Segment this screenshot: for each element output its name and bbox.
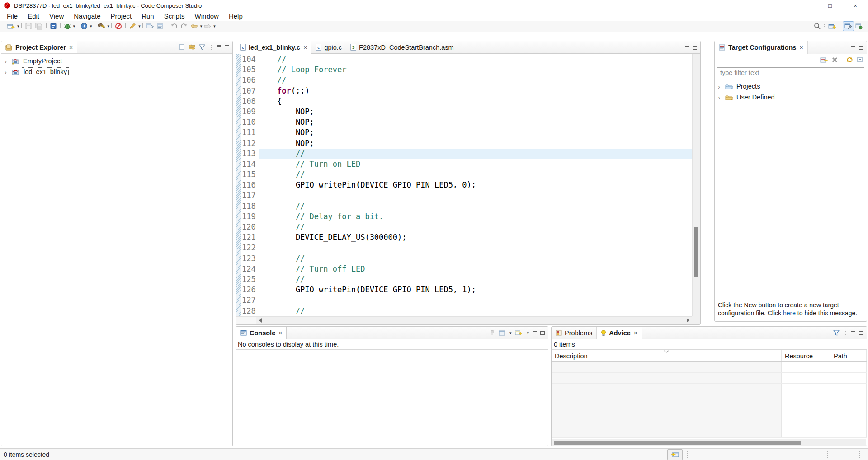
pin-console-icon[interactable] — [489, 330, 495, 336]
target-item-user-defined[interactable]: ›User Defined — [715, 92, 867, 103]
close-icon[interactable]: × — [634, 330, 637, 336]
menu-edit[interactable]: Edit — [23, 12, 44, 20]
code-text[interactable]: for(;;) — [259, 86, 693, 96]
code-text[interactable]: // — [259, 222, 693, 232]
code-text[interactable]: DEVICE_DELAY_US(300000); — [259, 232, 693, 243]
new-wizard-button[interactable] — [6, 21, 16, 31]
target-item-projects[interactable]: ›Projects — [715, 81, 867, 92]
minimize-editor-icon[interactable] — [685, 46, 689, 47]
redo-button[interactable] — [179, 21, 189, 31]
minimize-window-button[interactable]: – — [792, 0, 817, 11]
save-all-button[interactable] — [33, 21, 44, 31]
problems-horizontal-scrollbar[interactable] — [552, 439, 866, 446]
close-icon[interactable]: × — [69, 44, 73, 51]
maximize-view-icon[interactable] — [540, 331, 545, 335]
scrollbar-thumb[interactable] — [694, 227, 698, 277]
column-header-description[interactable]: Description — [552, 350, 782, 361]
ccs-debug-perspective-button[interactable] — [854, 21, 864, 31]
filter-icon[interactable] — [833, 330, 840, 336]
search-icon[interactable] — [812, 21, 822, 31]
code-text[interactable]: // — [259, 201, 693, 211]
close-window-button[interactable]: × — [843, 0, 868, 11]
code-text[interactable]: // — [259, 169, 693, 180]
scroll-right-arrow[interactable] — [687, 318, 689, 323]
code-text[interactable]: // — [259, 306, 693, 316]
code-text[interactable]: // — [259, 253, 693, 264]
editor-tab-gpio.c[interactable]: cgpio.c — [311, 41, 346, 53]
close-icon[interactable]: × — [303, 44, 307, 51]
minimize-view-icon[interactable] — [851, 46, 855, 47]
column-header-path[interactable]: Path — [830, 350, 867, 361]
editor-vertical-scrollbar[interactable] — [692, 54, 700, 317]
scroll-left-arrow[interactable] — [259, 318, 262, 323]
menu-file[interactable]: File — [2, 12, 23, 20]
scrollbar-thumb[interactable] — [554, 441, 801, 445]
tab-project-explorer[interactable]: Project Explorer × — [1, 41, 77, 53]
build-dropdown[interactable]: ▾ — [108, 24, 110, 28]
open-console-dropdown[interactable]: ▾ — [527, 331, 529, 335]
menu-help[interactable]: Help — [224, 12, 248, 20]
display-console-dropdown[interactable]: ▾ — [509, 331, 512, 335]
minimize-view-icon[interactable] — [851, 331, 855, 332]
new-wizard-dropdown[interactable]: ▾ — [17, 24, 19, 28]
open-perspective-button[interactable] — [827, 21, 838, 31]
menu-view[interactable]: View — [44, 12, 69, 20]
hide-message-link[interactable]: here — [783, 310, 796, 317]
maximize-view-icon[interactable] — [859, 46, 863, 50]
filter-icon[interactable] — [199, 44, 205, 50]
code-text[interactable]: // Turn on LED — [259, 159, 693, 169]
column-header-resource[interactable]: Resource — [782, 350, 830, 361]
maximize-editor-icon[interactable] — [693, 46, 697, 50]
maximize-window-button[interactable]: □ — [817, 0, 843, 11]
code-lines[interactable]: 104 //105 // Loop Forever106 //107 for(;… — [241, 54, 693, 317]
code-text[interactable] — [259, 243, 693, 253]
display-console-icon[interactable] — [499, 330, 505, 336]
code-text[interactable]: NOP; — [259, 127, 693, 138]
back-button[interactable] — [189, 21, 199, 31]
expand-chevron-icon[interactable]: › — [5, 68, 11, 76]
code-text[interactable]: // Turn off LED — [259, 264, 693, 274]
code-text[interactable]: GPIO_writePin(DEVICE_GPIO_PIN_LED5, 1); — [259, 285, 693, 295]
maximize-view-icon[interactable] — [859, 331, 863, 335]
build-button[interactable] — [96, 21, 107, 31]
close-icon[interactable]: × — [799, 44, 803, 51]
new-target-config-icon[interactable] — [820, 56, 828, 63]
code-text[interactable]: NOP; — [259, 117, 693, 127]
tab-problems[interactable]: Problems — [552, 327, 597, 339]
code-text[interactable] — [259, 295, 693, 305]
code-text[interactable]: { — [259, 96, 693, 107]
code-text[interactable]: // — [259, 149, 693, 159]
registers-view-button[interactable] — [155, 21, 165, 31]
view-menu-icon[interactable] — [845, 331, 846, 335]
pencil-dropdown[interactable]: ▾ — [138, 24, 141, 28]
code-text[interactable]: // — [259, 54, 693, 65]
flash-button[interactable] — [79, 21, 89, 31]
collapse-all-icon[interactable] — [179, 44, 185, 50]
forward-dropdown[interactable]: ▾ — [213, 24, 216, 28]
tab-target-configurations[interactable]: Target Configurations × — [715, 41, 808, 54]
project-item-led_ex1_blinky[interactable]: ›led_ex1_blinky — [1, 66, 232, 77]
save-button[interactable] — [24, 21, 33, 31]
pencil-button[interactable] — [127, 21, 137, 31]
collapse-all-icon[interactable] — [857, 57, 863, 63]
expand-chevron-icon[interactable]: › — [718, 94, 724, 101]
forward-button[interactable] — [202, 21, 212, 31]
code-text[interactable]: // Loop Forever — [259, 65, 693, 75]
code-text[interactable]: NOP; — [259, 107, 693, 117]
editor-tab-led_ex1_blinky.c[interactable]: cled_ex1_blinky.c× — [236, 41, 311, 54]
code-text[interactable]: // — [259, 274, 693, 285]
code-text[interactable]: NOP; — [259, 138, 693, 149]
delete-icon[interactable] — [832, 57, 838, 63]
editor-tab-F2837xD_CodeStartBranch.asm[interactable]: SF2837xD_CodeStartBranch.asm — [346, 41, 458, 53]
code-text[interactable] — [259, 190, 693, 201]
tab-console[interactable]: Console × — [236, 327, 287, 339]
refresh-icon[interactable] — [846, 56, 853, 63]
target-view-button[interactable] — [48, 21, 58, 31]
expand-chevron-icon[interactable]: › — [5, 57, 11, 65]
flash-dropdown[interactable]: ▾ — [90, 24, 92, 28]
maximize-view-icon[interactable] — [225, 45, 229, 49]
tab-advice[interactable]: Advice × — [597, 327, 642, 339]
view-menu-icon[interactable] — [211, 45, 212, 50]
debug-dropdown[interactable]: ▾ — [73, 24, 75, 28]
undo-button[interactable] — [169, 21, 179, 31]
